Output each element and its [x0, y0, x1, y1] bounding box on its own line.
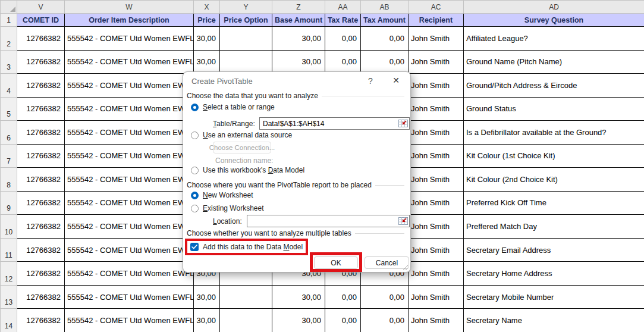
select-all-corner[interactable] — [1, 1, 17, 14]
radio-select-table-or-range[interactable]: Select a table or range — [191, 103, 275, 111]
row-header-10[interactable]: 10 — [1, 215, 17, 239]
column-header-AA[interactable]: AA — [325, 1, 361, 14]
row-header-2[interactable]: 2 — [1, 27, 17, 51]
row-header-1[interactable]: 1 — [1, 14, 17, 27]
cell-AA14[interactable]: 0,00 — [325, 309, 361, 332]
cell-W2[interactable]: 555542 - COMET Utd Women EWFL — [65, 27, 194, 51]
cell-Z14[interactable]: 30,00 — [272, 309, 325, 332]
cell-AB14[interactable]: 0,00 — [361, 309, 409, 332]
cell-AC6[interactable]: John Smith — [409, 121, 464, 145]
row-header-11[interactable]: 11 — [1, 238, 17, 262]
row-header-8[interactable]: 8 — [1, 168, 17, 192]
column-header-AD[interactable]: AD — [464, 1, 644, 14]
cell-AD12[interactable]: Secretary Home Address — [464, 262, 644, 286]
cell-V7[interactable]: 12766382 — [17, 144, 65, 168]
row-header-9[interactable]: 9 — [1, 191, 17, 215]
cell-AD8[interactable]: Kit Colour (2nd Choice Kit) — [464, 168, 644, 192]
location-input[interactable] — [247, 215, 410, 227]
column-header-Y[interactable]: Y — [220, 1, 272, 14]
field-header-AC[interactable]: Recipient — [409, 14, 464, 27]
radio-unselected-icon[interactable] — [191, 205, 199, 212]
cell-AB3[interactable]: 0,00 — [361, 50, 409, 74]
cell-AC9[interactable]: John Smith — [409, 191, 464, 215]
cell-AD7[interactable]: Kit Colour (1st Choice Kit) — [464, 144, 644, 168]
cell-AC14[interactable]: John Smith — [409, 309, 464, 332]
radio-workbook-data-model[interactable]: Use this workbook's Data Model — [191, 166, 304, 174]
close-icon[interactable]: ✕ — [390, 76, 402, 85]
field-header-V[interactable]: COMET ID — [17, 14, 65, 27]
field-header-AA[interactable]: Tax Rate — [325, 14, 361, 27]
cell-AC12[interactable]: John Smith — [409, 262, 464, 286]
cell-AC2[interactable]: John Smith — [409, 27, 464, 51]
cell-V3[interactable]: 12766382 — [17, 50, 65, 74]
cell-W9[interactable]: 555542 - COMET Utd Women EWFL — [65, 191, 194, 215]
cell-Z13[interactable]: 30,00 — [272, 285, 325, 309]
range-picker-icon[interactable] — [398, 120, 408, 127]
cell-X14[interactable]: 30,00 — [194, 309, 220, 332]
column-header-AC[interactable]: AC — [409, 1, 464, 14]
radio-unselected-icon[interactable] — [191, 131, 199, 139]
cell-AD9[interactable]: Preferred Kick Off Time — [464, 191, 644, 215]
radio-selected-icon[interactable] — [191, 192, 199, 199]
cell-AC8[interactable]: John Smith — [409, 168, 464, 192]
cell-V8[interactable]: 12766382 — [17, 168, 65, 192]
cell-AC4[interactable]: John Smith — [409, 74, 464, 98]
field-header-AD[interactable]: Survey Question — [464, 14, 644, 27]
row-header-5[interactable]: 5 — [1, 97, 17, 121]
column-header-AB[interactable]: AB — [361, 1, 409, 14]
row-header-6[interactable]: 6 — [1, 121, 17, 145]
cell-W12[interactable]: 555542 - COMET Utd Women EWFL — [65, 262, 194, 286]
field-header-AB[interactable]: Tax Amount — [361, 14, 409, 27]
cell-AC3[interactable]: John Smith — [409, 50, 464, 74]
cell-V10[interactable]: 12766382 — [17, 215, 65, 239]
column-header-W[interactable]: W — [65, 1, 194, 14]
cell-AD3[interactable]: Ground Name (Pitch Name) — [464, 50, 644, 74]
cell-V13[interactable]: 12766382 — [17, 285, 65, 309]
field-header-W[interactable]: Order Item Description — [65, 14, 194, 27]
cell-AD13[interactable]: Secretary Mobile Number — [464, 285, 644, 309]
cell-W4[interactable]: 555542 - COMET Utd Women EWFL — [65, 74, 194, 98]
row-header-14[interactable]: 14 — [1, 309, 17, 332]
dialog-resize-grip[interactable] — [402, 264, 409, 271]
cell-AB13[interactable]: 0,00 — [361, 285, 409, 309]
cell-V9[interactable]: 12766382 — [17, 191, 65, 215]
cell-AA13[interactable]: 0,00 — [325, 285, 361, 309]
cell-AD6[interactable]: Is a Defibrillator available at the Grou… — [464, 121, 644, 145]
cell-X2[interactable]: 30,00 — [194, 27, 220, 51]
cell-AD5[interactable]: Ground Status — [464, 97, 644, 121]
cell-Z2[interactable]: 30,00 — [272, 27, 325, 51]
help-icon[interactable]: ? — [365, 76, 376, 86]
field-header-Y[interactable]: Price Option — [220, 14, 272, 27]
cell-W8[interactable]: 555542 - COMET Utd Women EWFL — [65, 168, 194, 192]
radio-existing-worksheet[interactable]: Existing Worksheet — [191, 204, 264, 212]
field-header-Z[interactable]: Base Amount — [272, 14, 325, 27]
cell-AD11[interactable]: Secretary Email Address — [464, 238, 644, 262]
table-range-input[interactable]: Data!$A$1:$AH$14 — [259, 117, 410, 130]
radio-new-worksheet[interactable]: New Worksheet — [191, 191, 253, 199]
cell-Y14[interactable] — [220, 309, 272, 332]
cell-V12[interactable]: 12766382 — [17, 262, 65, 286]
cell-Y3[interactable] — [220, 50, 272, 74]
cell-Z3[interactable]: 30,00 — [272, 50, 325, 74]
cell-W6[interactable]: 555542 - COMET Utd Women EWFL — [65, 121, 194, 145]
cell-X13[interactable]: 30,00 — [194, 285, 220, 309]
choose-connection-button[interactable]: Choose Connection... — [213, 142, 271, 154]
cell-AC5[interactable]: John Smith — [409, 97, 464, 121]
row-header-12[interactable]: 12 — [1, 262, 17, 286]
cell-AB2[interactable]: 0,00 — [361, 27, 409, 51]
ok-button[interactable]: OK — [314, 256, 358, 269]
row-header-3[interactable]: 3 — [1, 50, 17, 74]
cell-AD14[interactable]: Secretary Name — [464, 309, 644, 332]
cell-W11[interactable]: 555542 - COMET Utd Women EWFL — [65, 238, 194, 262]
column-header-V[interactable]: V — [17, 1, 65, 14]
row-header-4[interactable]: 4 — [1, 74, 17, 98]
cell-V6[interactable]: 12766382 — [17, 121, 65, 145]
cell-AA2[interactable]: 0,00 — [325, 27, 361, 51]
cell-Y13[interactable] — [220, 285, 272, 309]
cell-V14[interactable]: 12766382 — [17, 309, 65, 332]
row-header-7[interactable]: 7 — [1, 144, 17, 168]
cell-AD2[interactable]: Affiliated League? — [464, 27, 644, 51]
cell-V11[interactable]: 12766382 — [17, 238, 65, 262]
row-header-13[interactable]: 13 — [1, 285, 17, 309]
cell-W13[interactable]: 555542 - COMET Utd Women EWFL — [65, 285, 194, 309]
